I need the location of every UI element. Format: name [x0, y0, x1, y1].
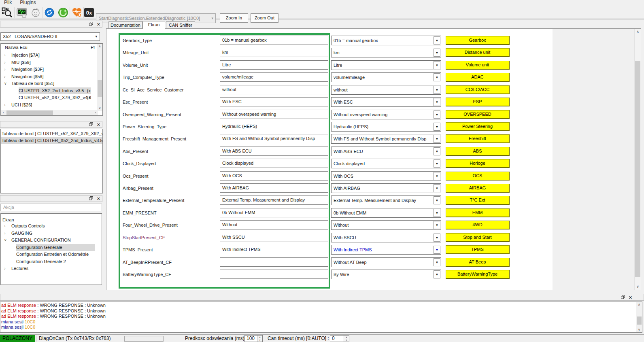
- scrollbar-thumb[interactable]: [637, 317, 642, 325]
- scroll-right-icon[interactable]: ›: [93, 110, 98, 115]
- tab-documentation[interactable]: Documentation: [108, 21, 142, 29]
- config-value-dropdown[interactable]: without▼: [331, 85, 441, 95]
- config-value-dropdown[interactable]: External Temp. Measurement and Display▼: [331, 195, 441, 205]
- green-refresh-icon[interactable]: [57, 7, 69, 18]
- chevron-down-icon[interactable]: ▼: [434, 270, 440, 278]
- close-panel-icon[interactable]: ✕: [97, 21, 100, 27]
- config-value-dropdown[interactable]: With OCS▼: [331, 171, 441, 181]
- config-action-button[interactable]: ESP: [446, 98, 510, 106]
- config-value-field[interactable]: 0b Without EMM: [220, 208, 328, 217]
- ecu-name-column-header[interactable]: Nazwa Ecu: [5, 44, 28, 51]
- config-value-field[interactable]: Hydraulic (HEPS): [220, 122, 328, 131]
- chevron-collapsed-icon[interactable]: ›: [4, 102, 9, 109]
- config-action-button[interactable]: Volume unit: [446, 61, 510, 70]
- config-value-dropdown[interactable]: With AIRBAG▼: [331, 183, 441, 193]
- chevron-down-icon[interactable]: ▼: [434, 61, 440, 69]
- tree-item-action[interactable]: Configuration Generale 2: [1, 258, 102, 266]
- chevron-collapsed-icon[interactable]: ›: [4, 66, 9, 73]
- config-value-field[interactable]: With Indirect TPMS: [220, 245, 328, 254]
- scan-zoom-icon[interactable]: [1, 7, 13, 18]
- config-action-button[interactable]: 4WD: [446, 221, 510, 229]
- scroll-up-icon[interactable]: ∧: [635, 29, 641, 35]
- config-value-dropdown[interactable]: With FS and Without Symbol permanently D…: [331, 134, 441, 144]
- chevron-expanded-icon[interactable]: ∨: [4, 237, 9, 244]
- menu-plugins[interactable]: Plugins: [16, 0, 40, 5]
- tab-can-sniffer[interactable]: CAN Sniffer: [166, 21, 195, 29]
- float-panel-icon[interactable]: [621, 295, 625, 300]
- tree-item-ecu[interactable]: CLUSTER_x52_X67_X79_X92_v4.6(x: [1, 94, 97, 102]
- can-timeout-stepper[interactable]: 0 ▴▾: [330, 335, 349, 342]
- config-value-field[interactable]: [220, 257, 328, 267]
- chevron-collapsed-icon[interactable]: ›: [4, 230, 9, 237]
- chevron-down-icon[interactable]: ▼: [434, 135, 440, 143]
- config-value-field[interactable]: 01b = manual gearbox: [220, 36, 328, 45]
- protocol-column-header[interactable]: Pr: [91, 44, 95, 51]
- chevron-down-icon[interactable]: ▼: [434, 36, 440, 45]
- config-action-button[interactable]: TPMS: [446, 245, 510, 254]
- chevron-down-icon[interactable]: ▼: [434, 110, 440, 119]
- hex-0x-icon[interactable]: 0x: [83, 7, 95, 18]
- config-value-field[interactable]: Clock displayed: [220, 159, 328, 168]
- tree-item-action[interactable]: ∨GENERAL CONFIGURATION: [1, 237, 102, 244]
- chevron-down-icon[interactable]: ▼: [434, 86, 440, 94]
- chevron-down-icon[interactable]: ▼: [434, 73, 440, 81]
- tree-item-ecu[interactable]: CLUSTER_X52_2nd_Indus_v3.5(x: [1, 87, 97, 95]
- config-value-field[interactable]: without: [220, 85, 328, 94]
- tree-item-ecu[interactable]: ›Navigation [$3F]: [1, 66, 97, 73]
- config-value-dropdown[interactable]: Without AT Beep▼: [331, 257, 441, 267]
- float-panel-icon[interactable]: [89, 22, 93, 27]
- config-value-dropdown[interactable]: By Wire▼: [331, 270, 441, 279]
- chevron-down-icon[interactable]: ▼: [434, 246, 440, 254]
- scroll-down-icon[interactable]: ∨: [636, 327, 642, 332]
- config-value-dropdown[interactable]: volume/mileage▼: [331, 72, 441, 82]
- scroll-down-icon[interactable]: ∨: [635, 284, 641, 290]
- float-panel-icon[interactable]: [89, 196, 93, 201]
- chevron-down-icon[interactable]: ▼: [434, 234, 440, 242]
- tree-item-action[interactable]: ›GAUGING: [1, 230, 102, 237]
- config-value-dropdown[interactable]: Litre▼: [331, 60, 441, 70]
- menu-plik[interactable]: Plik: [0, 0, 16, 5]
- config-action-button[interactable]: OCS: [446, 172, 510, 181]
- action-tree-root[interactable]: Ekran: [1, 214, 102, 221]
- config-value-dropdown[interactable]: With ESC▼: [331, 97, 441, 107]
- action-filter-input[interactable]: Akcja: [0, 204, 102, 211]
- scrollbar-thumb[interactable]: [6, 110, 53, 115]
- chevron-down-icon[interactable]: ▼: [434, 184, 440, 192]
- config-value-dropdown[interactable]: Hydraulic (HEPS)▼: [331, 122, 441, 132]
- config-action-button[interactable]: Stop and Start: [446, 233, 510, 242]
- chevron-down-icon[interactable]: ▼: [434, 49, 440, 57]
- config-value-field[interactable]: External Temp. Measurement and Display: [220, 195, 328, 205]
- config-value-field[interactable]: volume/mileage: [220, 72, 328, 82]
- screen-list-item[interactable]: Tableau de bord ] CLUSTER_x52_X67_X79_X9…: [1, 130, 102, 137]
- chevron-expanded-icon[interactable]: ∨: [4, 80, 9, 87]
- stepper-arrows[interactable]: ▴▾: [257, 336, 262, 342]
- step-up-icon[interactable]: ▴: [344, 336, 349, 339]
- config-value-dropdown[interactable]: With ABS ECU▼: [331, 147, 441, 156]
- ecu-tree-horizontal-scrollbar[interactable]: ‹ ›: [1, 110, 98, 115]
- config-action-button[interactable]: Gearbox: [446, 36, 510, 45]
- chevron-down-icon[interactable]: ▼: [434, 209, 440, 217]
- scrollbar-thumb[interactable]: [635, 61, 640, 277]
- ecu-tree-vertical-scrollbar[interactable]: ∧ ∨: [97, 44, 102, 111]
- config-value-dropdown[interactable]: Clock displayed▼: [331, 159, 441, 168]
- config-value-field[interactable]: Litre: [220, 60, 328, 70]
- config-action-button[interactable]: Distance unit: [446, 48, 510, 57]
- config-value-field[interactable]: With FS and Without Symbol permanently D…: [220, 134, 328, 143]
- chevron-collapsed-icon[interactable]: ›: [4, 52, 9, 59]
- config-value-dropdown[interactable]: 01b = manual gearbox▼: [331, 36, 441, 45]
- scroll-up-icon[interactable]: ∧: [636, 302, 642, 307]
- tree-item-ecu[interactable]: ∨Tableau de bord [$51]: [1, 80, 97, 87]
- config-value-field[interactable]: With ABS ECU: [220, 147, 328, 156]
- close-panel-icon[interactable]: ✕: [97, 196, 100, 202]
- chevron-down-icon[interactable]: ▼: [434, 221, 440, 229]
- config-value-dropdown[interactable]: 0b Without EMM▼: [331, 208, 441, 218]
- config-action-button[interactable]: ADAC: [446, 73, 510, 82]
- screen-list-item[interactable]: Tableau de bord ] CLUSTER_X52_2nd_Indus_…: [1, 137, 102, 144]
- blue-refresh-icon[interactable]: [43, 7, 55, 18]
- tree-item-action[interactable]: ›Lectures: [1, 265, 102, 272]
- config-value-dropdown[interactable]: Without▼: [331, 220, 441, 230]
- chevron-down-icon[interactable]: ▼: [434, 147, 440, 155]
- chevron-down-icon[interactable]: ▼: [434, 159, 440, 168]
- config-action-button[interactable]: EMM: [446, 208, 510, 217]
- tree-item-ecu[interactable]: ›Injection [$7A]: [1, 52, 97, 59]
